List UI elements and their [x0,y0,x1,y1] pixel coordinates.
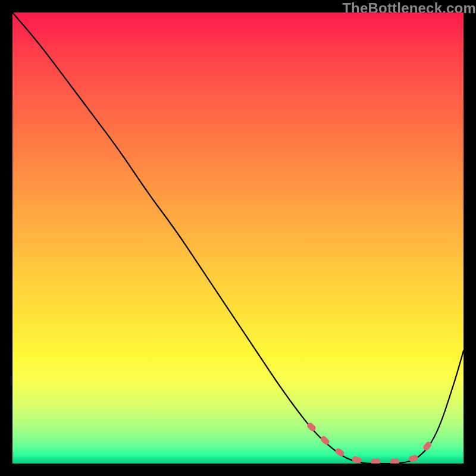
plot-area [12,12,464,464]
valley-highlight [310,425,432,462]
bottleneck-curve [12,12,464,464]
curve-layer [12,12,464,464]
chart-stage: TheBottleneck.com [0,0,476,476]
